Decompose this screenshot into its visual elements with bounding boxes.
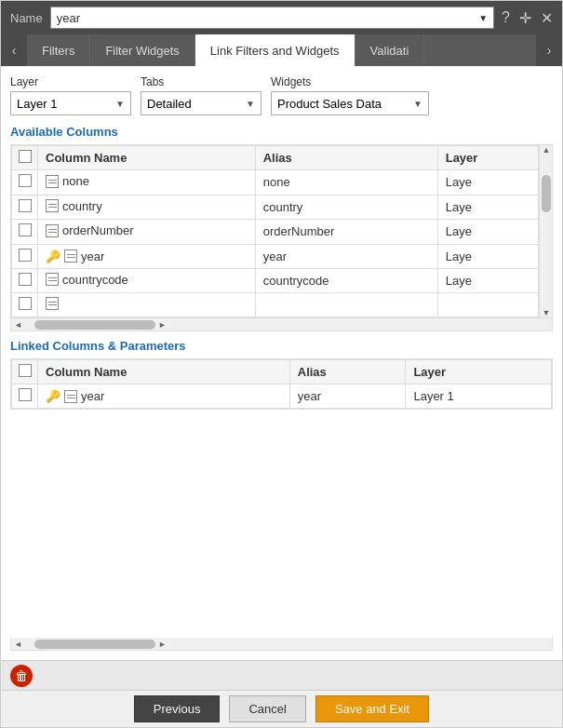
linked-columns-header-row: Column Name Alias Layer <box>12 360 552 384</box>
bottom-hscrollbar-left-arrow[interactable]: ◄ <box>11 640 25 649</box>
key-icon-year: 🔑 <box>46 249 60 263</box>
col-name-countrycode: countrycode <box>38 268 256 293</box>
row-check-country[interactable] <box>12 195 38 220</box>
tabs-filter-group: Tabs Detailed ▼ <box>141 75 261 115</box>
bottom-hscrollbar-thumb[interactable] <box>34 640 155 649</box>
col-alias-year: year <box>255 244 437 268</box>
hscrollbar-right-arrow[interactable]: ► <box>155 320 169 330</box>
content-spacer <box>10 410 553 638</box>
available-header-alias: Alias <box>255 146 437 170</box>
footer: Previous Cancel Save and Exit <box>1 690 562 727</box>
cancel-button[interactable]: Cancel <box>229 695 305 722</box>
row-check-ordernumber[interactable] <box>12 220 38 245</box>
linked-table-row: 🔑 year year Layer 1 <box>12 384 552 409</box>
col-alias-country: country <box>255 195 437 220</box>
row-check-year[interactable] <box>12 244 38 268</box>
tab-prev-arrow[interactable]: ‹ <box>1 34 27 66</box>
linked-checkbox-year[interactable] <box>19 388 32 401</box>
content-area: Layer Layer 1 ▼ Tabs Detailed ▼ Widgets … <box>1 66 562 660</box>
header-icons: ? ✛ ✕ <box>502 9 553 27</box>
hscrollbar-thumb[interactable] <box>34 320 155 330</box>
linked-header-column-name: Column Name <box>38 360 290 384</box>
col-icon-year: 🔑 year <box>46 249 104 263</box>
tab-filter-widgets[interactable]: Filter Widgets <box>90 34 194 66</box>
checkbox-year[interactable] <box>19 249 32 262</box>
tabs-label: Tabs <box>141 75 261 88</box>
header-bar: Name year ▼ ? ✛ ✕ <box>1 1 562 34</box>
row-check-none[interactable] <box>12 170 38 195</box>
widgets-select[interactable]: Product Sales Data ▼ <box>271 91 429 115</box>
checkbox-none[interactable] <box>19 174 32 187</box>
col-alias-partial <box>255 293 437 317</box>
available-columns-hscrollbar[interactable]: ◄ ► <box>10 318 553 331</box>
available-header-checkbox[interactable] <box>19 150 32 163</box>
delete-icon: 🗑 <box>15 668 28 683</box>
col-layer-year: Laye <box>437 244 538 268</box>
vscrollbar-thumb[interactable] <box>542 175 551 212</box>
delete-button[interactable]: 🗑 <box>10 665 33 687</box>
name-dropdown-arrow[interactable]: ▼ <box>478 13 488 23</box>
close-icon[interactable]: ✕ <box>541 9 553 27</box>
save-exit-button[interactable]: Save and Exit <box>315 695 429 722</box>
table-icon-countrycode <box>46 273 59 286</box>
row-check-countrycode[interactable] <box>12 268 38 293</box>
table-icon-country <box>46 199 59 212</box>
col-alias-countrycode: countrycode <box>255 268 437 293</box>
delete-area: 🗑 <box>1 660 562 690</box>
table-row: 🔑 year year Laye <box>12 244 539 268</box>
linked-row-check-year[interactable] <box>12 384 38 409</box>
tabs-select-value: Detailed <box>147 97 192 111</box>
linked-header-check[interactable] <box>12 360 38 384</box>
table-row: none none Laye <box>12 170 539 195</box>
layer-select-value: Layer 1 <box>17 97 57 111</box>
available-header-check[interactable] <box>12 146 38 170</box>
table-icon-year <box>64 249 77 263</box>
checkbox-country[interactable] <box>19 199 32 212</box>
move-icon[interactable]: ✛ <box>519 9 531 27</box>
available-columns-title: Available Columns <box>10 125 553 139</box>
linked-header-checkbox[interactable] <box>19 364 32 377</box>
linked-columns-title: Linked Columns & Parameters <box>10 339 553 353</box>
available-header-layer: Layer <box>437 146 538 170</box>
col-layer-countrycode: Laye <box>437 268 538 293</box>
tabs-select[interactable]: Detailed ▼ <box>141 91 261 115</box>
linked-col-name-year: 🔑 year <box>38 384 290 409</box>
bottom-hscrollbar-right-arrow[interactable]: ► <box>155 640 169 649</box>
linked-columns-section: Linked Columns & Parameters Column Name <box>10 339 553 410</box>
vscrollbar-down-arrow[interactable]: ▼ <box>540 308 553 317</box>
name-input-value: year <box>57 11 80 25</box>
tab-navigation: ‹ Filters Filter Widgets Link Filters an… <box>1 34 562 66</box>
linked-header-layer: Layer <box>406 360 552 384</box>
layer-filter-group: Layer Layer 1 ▼ <box>10 75 131 115</box>
col-alias-ordernumber: orderNumber <box>255 220 437 245</box>
tab-link-filters[interactable]: Link Filters and Widgets <box>195 34 355 66</box>
bottom-hscrollbar[interactable]: ◄ ► <box>10 638 553 651</box>
name-input[interactable]: year ▼ <box>50 7 494 29</box>
help-icon[interactable]: ? <box>502 9 510 27</box>
available-columns-header-row: Column Name Alias Layer <box>12 146 539 170</box>
linked-col-icon-year: 🔑 year <box>46 389 104 403</box>
checkbox-ordernumber[interactable] <box>19 223 32 236</box>
previous-button[interactable]: Previous <box>134 695 221 722</box>
checkbox-partial[interactable] <box>19 297 32 310</box>
col-alias-none: none <box>255 170 437 195</box>
layer-select[interactable]: Layer 1 ▼ <box>10 91 131 115</box>
tab-next-arrow[interactable]: › <box>536 34 562 66</box>
table-icon-ordernumber <box>46 224 59 237</box>
available-columns-vscrollbar[interactable]: ▲ ▼ <box>539 145 552 317</box>
col-layer-none: Laye <box>437 170 538 195</box>
tab-filters[interactable]: Filters <box>27 34 90 66</box>
checkbox-countrycode[interactable] <box>19 273 32 286</box>
tab-validation[interactable]: Validati <box>355 34 425 66</box>
col-name-ordernumber: orderNumber <box>38 220 256 245</box>
widgets-label: Widgets <box>271 75 429 88</box>
row-check-partial[interactable] <box>12 293 38 317</box>
linked-columns-table: Column Name Alias Layer <box>11 359 552 409</box>
vscrollbar-up-arrow[interactable]: ▲ <box>540 145 553 155</box>
hscrollbar-left-arrow[interactable]: ◄ <box>11 320 25 330</box>
available-columns-scroll-area[interactable]: Column Name Alias Layer <box>11 145 552 317</box>
table-row <box>12 293 539 317</box>
available-columns-table: Column Name Alias Layer <box>11 145 539 317</box>
table-row: country country Laye <box>12 195 539 220</box>
table-row: orderNumber orderNumber Laye <box>12 220 539 245</box>
